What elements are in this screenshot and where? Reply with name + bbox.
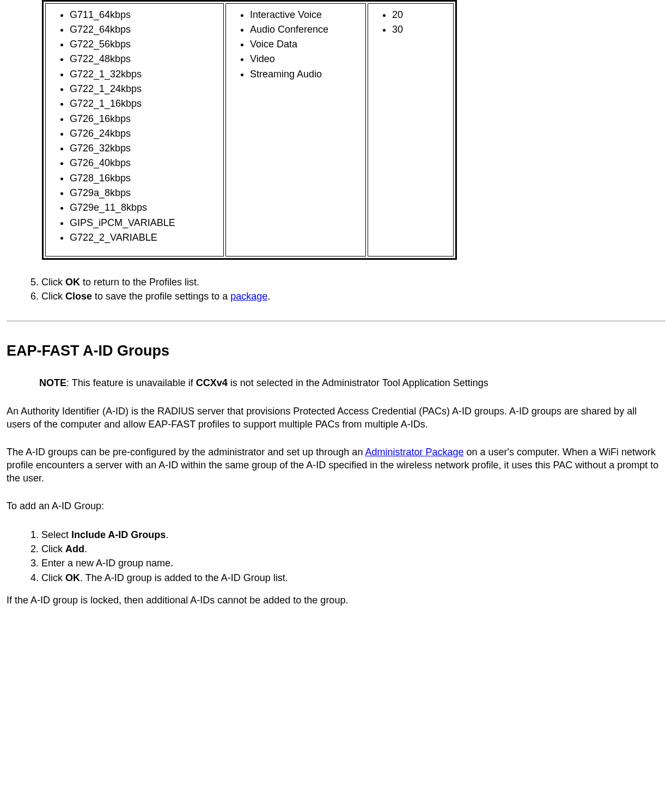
- list-item: G722_48kbps: [70, 52, 219, 66]
- divider: [7, 321, 665, 321]
- list-item: G728_16kbps: [70, 170, 219, 185]
- list-item: G729a_8kbps: [70, 186, 219, 200]
- paragraph-aid-intro: An Authority Identifier (A-ID) is the RA…: [7, 405, 660, 431]
- package-link[interactable]: package: [230, 291, 267, 302]
- list-item: G711_64kbps: [70, 7, 219, 22]
- list-item: Video: [250, 52, 361, 66]
- codec-table: G711_64kbpsG722_64kbpsG722_56kbpsG722_48…: [42, 0, 457, 260]
- note-label: NOTE: [39, 377, 66, 388]
- list-item: GIPS_iPCM_VARIABLE: [70, 215, 219, 230]
- steps-continue: Click OK to return to the Profiles list.…: [7, 275, 665, 304]
- paragraph-add-intro: To add an A-ID Group:: [7, 499, 660, 512]
- section-heading: EAP-FAST A-ID Groups: [7, 341, 665, 361]
- step-add-3: Enter a new A-ID group name.: [41, 556, 665, 570]
- list-item: G726_16kbps: [70, 111, 219, 126]
- list-item: G726_24kbps: [70, 126, 219, 141]
- list-item: 20: [392, 7, 449, 22]
- list-item: G722_1_24kbps: [70, 81, 219, 96]
- list-item: G722_1_16kbps: [70, 96, 219, 111]
- step-5: Click OK to return to the Profiles list.: [41, 275, 665, 289]
- list-item: Interactive Voice: [250, 7, 361, 22]
- admin-package-link[interactable]: Administrator Package: [365, 447, 463, 457]
- list-item: 30: [392, 22, 449, 36]
- step-6: Click Close to save the profile settings…: [41, 289, 665, 303]
- list-item: G726_40kbps: [70, 156, 219, 170]
- codec-cell-1: G711_64kbpsG722_64kbpsG722_56kbpsG722_48…: [45, 3, 224, 257]
- list-item: G726_32kbps: [70, 141, 219, 156]
- list-item: Voice Data: [250, 37, 361, 52]
- step-add-4: Click OK. The A-ID group is added to the…: [41, 571, 665, 585]
- paragraph-aid-preconfig: The A-ID groups can be pre-configured by…: [7, 445, 660, 485]
- list-item: G729e_11_8kbps: [70, 200, 219, 215]
- paragraph-locked: If the A-ID group is locked, then additi…: [7, 594, 660, 607]
- note-block: NOTE: This feature is unavailable if CCX…: [39, 376, 606, 389]
- step-add-1: Select Include A-ID Groups.: [41, 528, 665, 542]
- interval-list: 2030: [372, 7, 449, 37]
- list-item: G722_2_VARIABLE: [70, 230, 219, 245]
- steps-add-aid: Select Include A-ID Groups. Click Add. E…: [7, 528, 665, 585]
- list-item: G722_64kbps: [70, 22, 219, 36]
- list-item: Audio Conference: [250, 22, 361, 36]
- list-item: G722_1_32kbps: [70, 66, 219, 81]
- step-add-2: Click Add.: [41, 542, 665, 556]
- codec-cell-3: 2030: [368, 3, 454, 257]
- media-type-list: Interactive VoiceAudio ConferenceVoice D…: [230, 7, 361, 81]
- codec-cell-2: Interactive VoiceAudio ConferenceVoice D…: [225, 3, 366, 257]
- codec-list: G711_64kbpsG722_64kbpsG722_56kbpsG722_48…: [50, 7, 219, 245]
- list-item: Streaming Audio: [250, 66, 361, 81]
- list-item: G722_56kbps: [70, 37, 219, 52]
